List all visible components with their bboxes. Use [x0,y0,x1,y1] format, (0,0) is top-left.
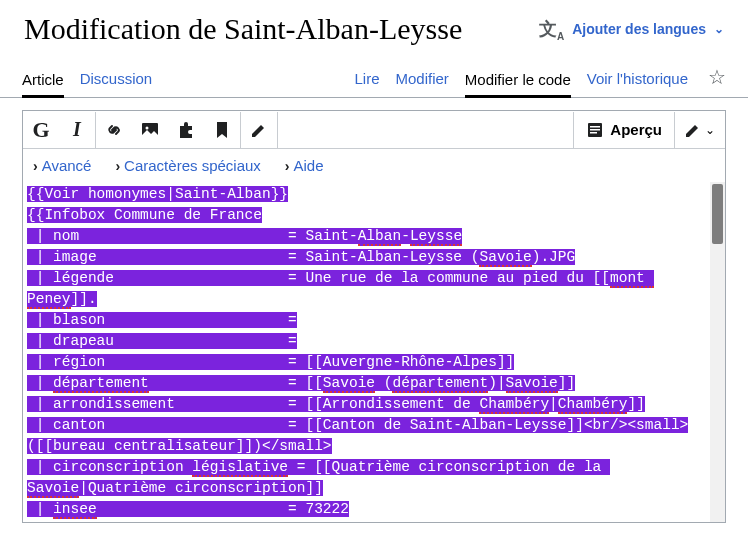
chevron-right-icon: › [33,158,38,174]
advanced-toggle[interactable]: › Avancé [33,157,91,174]
language-selector[interactable]: 文A Ajouter des langues ⌄ [539,17,724,42]
watch-star-icon[interactable]: ☆ [708,65,726,97]
bold-button[interactable]: G [23,112,59,148]
editor-sub-toolbar: › Avancé › Caractères spéciaux › Aide [23,149,725,182]
tab-history[interactable]: Voir l'historique [587,60,688,97]
chevron-down-icon: ⌄ [714,22,724,36]
svg-rect-4 [590,129,600,131]
separator [277,112,278,148]
source-editor[interactable]: {{Voir homonymes|Saint-Alban}} {{Infobox… [23,182,725,522]
editor-mode-button[interactable]: ⌄ [677,120,721,140]
translate-icon: 文A [539,17,564,42]
bookmark-button[interactable] [204,112,240,148]
preview-label: Aperçu [610,121,662,138]
tab-article[interactable]: Article [22,61,64,98]
reference-button[interactable] [168,112,204,148]
svg-point-1 [146,126,149,129]
svg-rect-3 [590,126,600,128]
help-toggle[interactable]: › Aide [285,157,324,174]
special-chars-toggle[interactable]: › Caractères spéciaux [115,157,260,174]
bookmark-icon [213,120,231,140]
advanced-label: Avancé [42,157,92,174]
chevron-down-icon: ⌄ [705,123,715,137]
puzzle-icon [176,120,196,140]
article-icon [586,121,604,139]
editor-container: G I Aperçu [22,110,726,523]
link-icon [103,119,125,141]
lang-label: Ajouter des langues [572,21,706,37]
preview-button[interactable]: Aperçu [576,121,672,139]
tab-read[interactable]: Lire [354,60,379,97]
chevron-right-icon: › [115,158,120,174]
tab-edit[interactable]: Modifier [396,60,449,97]
scrollbar-thumb[interactable] [712,184,723,244]
separator [674,112,675,148]
special-chars-label: Caractères spéciaux [124,157,261,174]
chevron-right-icon: › [285,158,290,174]
svg-rect-5 [590,132,597,134]
link-button[interactable] [96,112,132,148]
pencil-icon [249,120,269,140]
separator [573,112,574,148]
edit-button[interactable] [241,112,277,148]
help-label: Aide [294,157,324,174]
editor-toolbar: G I Aperçu [23,111,725,149]
image-icon [140,120,160,140]
scrollbar[interactable] [710,182,725,522]
image-button[interactable] [132,112,168,148]
italic-button[interactable]: I [59,112,95,148]
pen-icon [683,120,703,140]
tab-edit-source[interactable]: Modifier le code [465,61,571,98]
page-title: Modification de Saint-Alban-Leysse [24,12,462,46]
tab-discussion[interactable]: Discussion [80,60,153,97]
